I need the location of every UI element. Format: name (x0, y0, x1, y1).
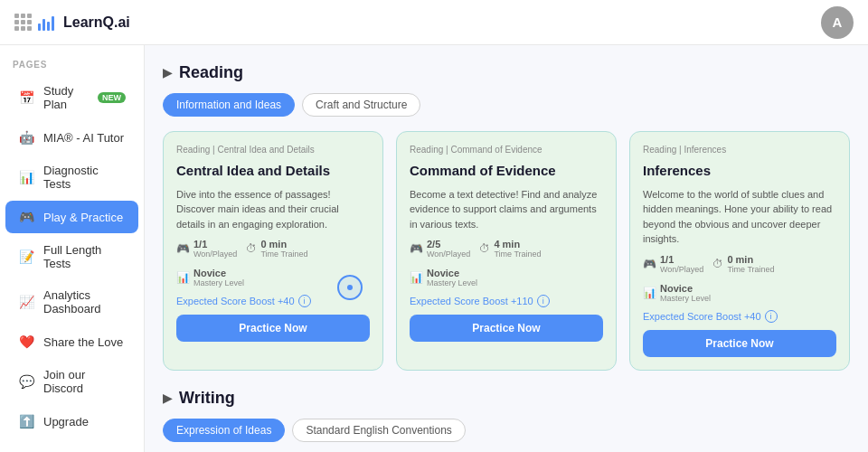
cursor-indicator (337, 275, 363, 300)
grid-dot (27, 26, 32, 31)
sidebar-item-study-plan[interactable]: 📅 Study Plan NEW (5, 76, 138, 119)
grid-dot (14, 14, 19, 18)
writing-title-icon: ▶ (163, 391, 172, 405)
sidebar-item-label: Play & Practice (43, 211, 123, 224)
clock-icon-3: ⏱ (712, 258, 723, 270)
sidebar-item-full-length-tests[interactable]: 📝 Full Length Tests (5, 235, 138, 278)
sidebar-item-label: Share the Love (43, 335, 123, 349)
tab-craft-structure[interactable]: Craft and Structure (302, 93, 420, 117)
sidebar-item-join-discord[interactable]: 💬 Join our Discord (5, 360, 138, 403)
stat-value-1: 1/1 (193, 239, 237, 250)
stat-mastery-value-1: Novice (193, 268, 244, 278)
sidebar-item-play-practice[interactable]: 🎮 Play & Practice (5, 201, 138, 233)
sidebar-item-upgrade[interactable]: ⬆️ Upgrade (5, 405, 138, 438)
sidebar-item-analytics-dashboard[interactable]: 📈 Analytics Dashboard (5, 280, 138, 324)
clock-icon-2: ⏱ (479, 242, 490, 255)
robot-icon: 🤖 (18, 129, 34, 146)
card-boost-3: Expected Score Boost +40 i (643, 310, 836, 323)
grid-dot (21, 20, 25, 24)
avatar[interactable]: A (821, 6, 854, 39)
reading-section: ▶ Reading Information and Ideas Craft an… (163, 63, 850, 371)
card-topic-2: Command of Evidence (450, 145, 542, 155)
stat-label-1: Won/Played (193, 250, 237, 259)
practice-btn-1[interactable]: Practice Now (176, 315, 370, 342)
writing-title: ▶ Writing (163, 389, 850, 408)
boost-text-3: Expected Score Boost +40 (643, 311, 761, 322)
stat-mastery-value-3: Novice (660, 283, 711, 294)
boost-info-icon-2[interactable]: i (537, 295, 550, 307)
stat-mastery-3: 📊 Novice Mastery Level (643, 283, 711, 303)
writing-title-text: Writing (179, 389, 235, 408)
sidebar-item-share-love[interactable]: ❤️ Share the Love (5, 325, 138, 358)
sidebar-item-label: Study Plan (43, 84, 85, 111)
stat-time-3: ⏱ 0 min Time Trained (712, 254, 774, 274)
mastery-icon-1: 📊 (176, 271, 190, 284)
stat-time-value-2: 4 min (494, 239, 541, 250)
stat-time-value-1: 0 min (260, 239, 307, 250)
stat-time-label-1: Time Trained (260, 250, 307, 259)
card-meta-2: Reading | Command of Evidence (410, 145, 603, 155)
reading-card-3: Reading | Inferences Inferences Welcome … (629, 131, 850, 371)
stat-time-label-3: Time Trained (727, 265, 774, 274)
boost-text-1: Expected Score Boost +40 (176, 296, 295, 306)
card-topic-3: Inferences (684, 145, 726, 155)
card-boost-2: Expected Score Boost +110 i (410, 295, 603, 307)
stat-label-3: Won/Played (660, 265, 703, 274)
reading-card-1: Reading | Central Idea and Details Centr… (163, 131, 383, 371)
practice-btn-2[interactable]: Practice Now (410, 315, 603, 342)
reading-title-icon: ▶ (163, 66, 172, 80)
tab-information-ideas[interactable]: Information and Ideas (163, 93, 295, 117)
sidebar-item-label: Analytics Dashboard (43, 288, 126, 315)
sidebar-item-label: Diagnostic Tests (43, 164, 126, 191)
grid-dot (27, 20, 32, 24)
grid-dot (21, 14, 25, 18)
gamepad-icon: 🎮 (18, 209, 34, 225)
grid-icon (14, 14, 31, 31)
new-badge: NEW (98, 92, 126, 103)
sidebar-item-diagnostic-tests[interactable]: 📊 Diagnostic Tests (5, 155, 138, 199)
boost-info-icon-3[interactable]: i (765, 310, 778, 323)
tab-expression-ideas[interactable]: Expression of Ideas (163, 419, 285, 442)
boost-info-icon-1[interactable]: i (298, 295, 311, 307)
sidebar-item-label: Full Length Tests (43, 243, 126, 270)
mastery-icon-2: 📊 (410, 271, 423, 284)
practice-btn-3[interactable]: Practice Now (643, 330, 836, 357)
writing-tabs: Expression of Ideas Standard English Con… (163, 419, 850, 442)
logo-bars-icon (38, 14, 54, 31)
calendar-icon: 📅 (18, 89, 34, 106)
stat-mastery-label-2: Mastery Level (427, 278, 477, 287)
grid-dot (14, 26, 19, 31)
card-boost-1: Expected Score Boost +40 i (176, 295, 370, 307)
won-icon-1: 🎮 (176, 242, 190, 255)
reading-title: ▶ Reading (163, 63, 850, 82)
writing-section: ▶ Writing Expression of Ideas Standard E… (163, 389, 850, 453)
app-name: LearnQ.ai (63, 14, 130, 31)
card-topic-1: Central Idea and Details (217, 145, 314, 155)
stat-mastery-label-1: Mastery Level (193, 278, 244, 287)
reading-title-text: Reading (179, 63, 243, 82)
analytics-icon: 📈 (18, 294, 34, 310)
card-stats-2: 🎮 2/5 Won/Played ⏱ 4 min Time Trained (410, 239, 603, 287)
reading-tabs: Information and Ideas Craft and Structur… (163, 93, 850, 117)
mastery-icon-3: 📊 (643, 287, 656, 299)
stat-time-1: ⏱ 0 min Time Trained (246, 239, 307, 259)
document-icon: 📝 (18, 249, 34, 265)
card-desc-3: Welcome to the world of subtle clues and… (643, 187, 836, 247)
upgrade-icon: ⬆️ (18, 413, 34, 429)
card-section-1: Reading (176, 145, 210, 155)
card-section-3: Reading (643, 145, 676, 155)
tab-standard-english[interactable]: Standard English Conventions (292, 419, 465, 442)
boost-text-2: Expected Score Boost +110 (410, 296, 533, 306)
sidebar-item-mia-tutor[interactable]: 🤖 MIA® - AI Tutor (5, 121, 138, 154)
stat-won-played-2: 🎮 2/5 Won/Played (410, 239, 470, 259)
card-title-2: Command of Evidence (410, 162, 603, 180)
sidebar-item-label: Upgrade (43, 415, 89, 428)
chart-icon: 📊 (18, 169, 34, 185)
stat-mastery-value-2: Novice (427, 268, 477, 278)
grid-dot (14, 20, 19, 24)
stat-mastery-1: 📊 Novice Mastery Level (176, 268, 244, 287)
card-meta-1: Reading | Central Idea and Details (176, 145, 370, 155)
sidebar-item-label: MIA® - AI Tutor (43, 131, 124, 145)
clock-icon-1: ⏱ (246, 242, 257, 255)
card-desc-2: Become a text detective! Find and analyz… (410, 187, 603, 232)
